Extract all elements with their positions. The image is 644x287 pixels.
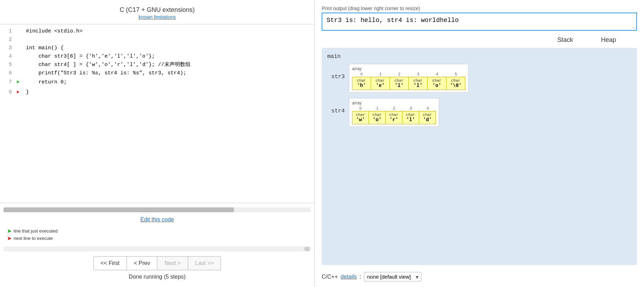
line-code-5: char str4[ ] = {'w','o','r','l','d'}; //… (26, 61, 191, 69)
cell-str3-5: char'\0' (446, 77, 465, 90)
known-limitations-link[interactable]: known limitations (0, 14, 314, 20)
array-label-str4: array (352, 101, 436, 105)
print-output-label: Print output (drag lower right corner to… (322, 6, 637, 11)
details-select-wrapper[interactable]: none [default view] addresses references (364, 272, 421, 281)
details-select[interactable]: none [default view] addresses references (364, 272, 421, 281)
red-arrow-8: ➤ (16, 88, 26, 98)
next-button[interactable]: Next > (157, 256, 188, 270)
divider-code (0, 203, 314, 203)
heap-label: Heap (601, 36, 616, 44)
line-code-2 (26, 36, 29, 44)
cell-str3-1: char'e' (371, 77, 390, 90)
details-link[interactable]: details (341, 274, 357, 280)
left-panel: C (C17 + GNU extensions) known limitatio… (0, 0, 315, 287)
index-row-str4: 0 1 2 3 4 (352, 106, 436, 110)
nav-buttons: << First < Prev Next > Last >> (0, 253, 314, 272)
line-num-6: 6 (3, 69, 16, 78)
index-1-str4: 1 (369, 106, 386, 110)
line-code-7: return 0; (26, 78, 67, 87)
details-cpp-label: C/C++ (322, 274, 338, 280)
cell-str4-2: char'r' (386, 111, 402, 124)
line-num-7: 7 (3, 78, 16, 87)
line-num-3: 3 (3, 44, 16, 52)
code-line-3: 3 int main() { (3, 44, 311, 52)
code-line-7: 7 ➤ return 0; (3, 78, 311, 88)
legend-red-text: next line to execute (14, 236, 53, 241)
edit-code-link[interactable]: Edit this code (140, 216, 174, 222)
index-row-str3: 0 1 2 3 4 5 (352, 72, 465, 76)
line-num-5: 5 (3, 61, 16, 69)
line-num-2: 2 (3, 36, 16, 44)
line-num-4: 4 (3, 52, 16, 61)
index-2-str4: 2 (386, 106, 402, 110)
frame-label: main (327, 53, 631, 60)
code-line-5: 5 char str4[ ] = {'w','o','r','l','d'}; … (3, 61, 311, 69)
legend-red-arrow: ➤ (7, 235, 12, 242)
index-4-str3: 4 (428, 72, 446, 76)
scroll-handle[interactable] (305, 247, 309, 251)
details-row: C/C++ details : none [default view] addr… (322, 272, 637, 281)
details-colon: : (360, 274, 361, 280)
resize-corner[interactable]: ⤡ (632, 26, 636, 29)
prev-button[interactable]: < Prev (127, 256, 158, 270)
code-line-4: 4 char str3[6] = {'h','e','l','l','o'}; (3, 52, 311, 61)
var-row-str4: str4 array 0 1 2 3 4 char'w' char'o' cha… (327, 98, 631, 127)
green-arrow-7: ➤ (16, 78, 26, 88)
cells-str3: char'h' char'e' char'l' char'l' char'o' … (352, 77, 465, 90)
line-code-3: int main() { (26, 44, 64, 52)
index-5-str3: 5 (446, 72, 465, 76)
line-code-1: #include <stdio.h> (26, 27, 83, 36)
var-row-str3: str3 array 0 1 2 3 4 5 char'h' char'e' c… (327, 64, 631, 93)
index-0-str4: 0 (352, 106, 369, 110)
legend: ➤ line that just executed ➤ next line to… (0, 226, 314, 244)
lang-header: C (C17 + GNU extensions) known limitatio… (0, 3, 314, 21)
var-name-str3: str3 (327, 64, 345, 80)
last-button[interactable]: Last >> (188, 256, 221, 270)
line-code-4: char str3[6] = {'h','e','l','l','o'}; (26, 52, 155, 61)
right-panel: Print output (drag lower right corner to… (315, 0, 644, 287)
index-1-str3: 1 (371, 72, 390, 76)
memory-view: main str3 array 0 1 2 3 4 5 char'h' char… (322, 48, 637, 265)
cell-str3-2: char'l' (390, 77, 409, 90)
lang-title: C (C17 + GNU extensions) (0, 6, 314, 14)
cell-str3-3: char'l' (409, 77, 428, 90)
code-line-8: 8 ➤ } (3, 88, 311, 98)
edit-link-container: Edit this code (0, 214, 314, 226)
index-3-str3: 3 (409, 72, 428, 76)
print-output-section: Print output (drag lower right corner to… (322, 6, 637, 31)
print-output-value: Str3 is: hello, str4 is: worldhello (327, 17, 459, 24)
scrollbar-area[interactable] (3, 207, 311, 212)
divider-top (0, 24, 314, 24)
cell-str4-0: char'w' (352, 111, 369, 124)
cell-str3-4: char'o' (428, 77, 446, 90)
array-box-str3: array 0 1 2 3 4 5 char'h' char'e' char'l… (349, 64, 468, 93)
var-name-str4: str4 (327, 98, 345, 114)
first-button[interactable]: << First (93, 256, 127, 270)
cell-str4-3: char'l' (402, 111, 419, 124)
legend-green-text: line that just executed (14, 228, 58, 234)
stack-label: Stack (557, 36, 573, 44)
line-code-6: printf("Str3 is: %s, str4 is: %s", str3,… (26, 69, 186, 78)
index-0-str3: 0 (352, 72, 371, 76)
legend-red: ➤ next line to execute (7, 235, 307, 242)
cell-str4-4: char'd' (419, 111, 436, 124)
index-2-str3: 2 (390, 72, 409, 76)
index-4-str4: 4 (419, 106, 436, 110)
line-num-8: 8 (3, 88, 16, 97)
legend-green: ➤ line that just executed (7, 228, 307, 234)
scrollbar-thumb[interactable] (3, 207, 234, 212)
code-line-6: 6 printf("Str3 is: %s, str4 is: %s", str… (3, 69, 311, 78)
legend-green-arrow: ➤ (7, 228, 12, 234)
array-label-str3: array (352, 66, 465, 71)
line-num-1: 1 (3, 27, 16, 36)
code-area: 1 #include <stdio.h> 2 3 int main() { 4 … (0, 27, 314, 200)
array-box-str4: array 0 1 2 3 4 char'w' char'o' char'r' … (349, 98, 439, 127)
line-code-8: } (26, 88, 29, 97)
stack-heap-header: Stack Heap (322, 36, 637, 44)
scroll-track[interactable] (3, 246, 311, 251)
cell-str4-1: char'o' (369, 111, 386, 124)
print-output-box[interactable]: Str3 is: hello, str4 is: worldhello ⤡ (322, 13, 637, 31)
cell-str3-0: char'h' (352, 77, 371, 90)
code-line-1: 1 #include <stdio.h> (3, 27, 311, 36)
status-text: Done running (5 steps) (0, 272, 314, 284)
